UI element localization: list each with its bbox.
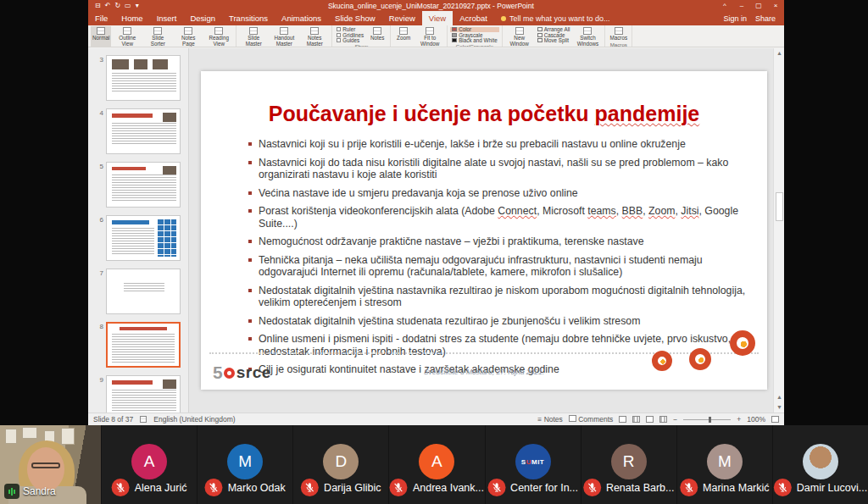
swatch-move-split-icon — [537, 38, 542, 42]
ribbon-button-notes-page[interactable]: Notes Page — [174, 26, 203, 47]
zoom-percent[interactable]: 100% — [747, 415, 765, 424]
comments-button[interactable]: Comments — [569, 415, 613, 424]
ribbon-button-switch-windows[interactable]: Switch Windows ▾ — [573, 26, 602, 47]
vertical-scrollbar[interactable]: ▲ ▲ ▼ — [773, 48, 784, 413]
ribbon-display-options-button[interactable]: ^ — [716, 0, 733, 11]
participant-tile-darija-glibic[interactable]: DDarija Glibic — [292, 425, 388, 504]
ribbon-button-fit-to-window[interactable]: Fit to Window — [415, 26, 444, 47]
ribbon-item-ruler[interactable]: Ruler — [335, 27, 365, 32]
slide-thumbnail-pane[interactable]: 3456789 — [88, 48, 189, 413]
participant-name: Andrea Ivank... — [413, 482, 484, 494]
undo-icon[interactable]: ↶ — [105, 0, 111, 11]
qat-dropdown-icon[interactable]: ▾ — [136, 0, 139, 11]
ribbon-button-slide-master[interactable]: Slide Master — [239, 26, 268, 47]
notes-button[interactable]: ≡ Notes — [537, 415, 563, 424]
ribbon-button-normal[interactable]: Normal — [91, 26, 111, 47]
ribbon-button-slide-sorter[interactable]: Slide Sorter — [143, 26, 172, 47]
previous-slide-icon[interactable]: ▲ — [774, 392, 785, 402]
new-window-icon — [515, 27, 524, 35]
speaking-indicator-icon — [4, 484, 19, 499]
tab-view[interactable]: View — [422, 11, 453, 25]
ribbon-button-new-window[interactable]: New Window — [505, 26, 534, 47]
ribbon-button-notes[interactable]: Notes — [367, 26, 387, 43]
slide-indicator: Slide 8 of 37 — [93, 415, 133, 424]
tab-animations[interactable]: Animations — [275, 11, 328, 25]
sumit-logo-avatar: SUMIT — [515, 444, 551, 479]
ribbon-item-arrange-all[interactable]: Arrange All — [536, 27, 572, 32]
participant-tile-renata-barb[interactable]: RRenata Barb... — [581, 425, 676, 504]
ribbon-item-move-split[interactable]: Move Split — [536, 38, 572, 43]
zoom-in-icon[interactable]: + — [737, 415, 741, 424]
ribbon-group-presentation-views: NormalOutline ViewSlide SorterNotes Page… — [88, 25, 236, 47]
slide-bullet-list: Nastavnici koji su i prije koristili e-u… — [201, 138, 767, 376]
next-slide-icon[interactable]: ▼ — [774, 402, 785, 413]
ribbon-button-macros[interactable]: Macros — [608, 26, 629, 42]
normal-view-icon[interactable] — [619, 416, 626, 423]
tab-insert[interactable]: Insert — [150, 11, 184, 25]
ribbon-item-color[interactable]: Color — [450, 27, 499, 32]
dotted-line-decoration — [209, 352, 759, 354]
slide-thumbnail-3[interactable] — [106, 55, 181, 101]
close-button[interactable]: × — [767, 0, 784, 11]
share-button[interactable]: Share — [755, 14, 776, 23]
tab-file[interactable]: File — [88, 11, 114, 25]
slide-thumbnail-9[interactable] — [106, 375, 181, 413]
reading-view-icon[interactable] — [646, 416, 654, 423]
minimize-button[interactable]: – — [733, 0, 750, 11]
save-icon[interactable]: ⊟ — [95, 0, 101, 11]
participant-tile-marko-odak[interactable]: MMarko Odak — [197, 425, 292, 504]
participant-tile-marina-marki[interactable]: MMarina Markić — [676, 425, 772, 504]
slide-thumbnail-8[interactable] — [106, 322, 181, 368]
redo-icon[interactable]: ↻ — [114, 0, 120, 11]
participant-tile-andrea-ivank[interactable]: AAndrea Ivank... — [388, 425, 484, 504]
ribbon-button-notes-master[interactable]: Notes Master — [300, 26, 329, 47]
ribbon-group-window: New WindowArrange AllCascadeMove SplitSw… — [503, 25, 606, 47]
proofing-icon[interactable] — [140, 416, 147, 423]
swatch-color-icon — [452, 27, 457, 31]
slide-thumbnail-4[interactable] — [106, 108, 181, 154]
tab-acrobat[interactable]: Acrobat — [453, 11, 494, 25]
participant-tile-damir-lucovi[interactable]: Damir Lucovi... — [772, 425, 868, 504]
webcam-video-sandra[interactable]: Sandra — [0, 425, 101, 504]
tab-slide-show[interactable]: Slide Show — [328, 11, 382, 25]
fit-to-window-icon[interactable] — [771, 416, 779, 423]
swatch-black-and-white-icon — [452, 38, 457, 42]
slide-sorter-icon — [153, 27, 162, 35]
zoom-slider[interactable] — [683, 419, 731, 420]
ribbon-button-reading-view[interactable]: Reading View — [204, 26, 233, 47]
current-slide-canvas[interactable]: Poučavanje i učenje na početku pandemije… — [201, 71, 767, 390]
start-slideshow-icon[interactable]: ▭ — [125, 0, 131, 11]
tab-review[interactable]: Review — [382, 11, 422, 25]
zoom-icon — [399, 27, 408, 35]
ribbon-button-handout-master[interactable]: Handout Master — [270, 26, 298, 47]
bullet-marker — [248, 289, 252, 292]
title-bar: ⊟ ↶ ↻ ▭ ▾ Skucina_online_ucenje_UniMosta… — [88, 0, 784, 11]
ribbon-button-zoom[interactable]: Zoom — [393, 26, 414, 47]
slideshow-view-icon[interactable] — [659, 416, 667, 423]
mic-muted-icon — [112, 479, 130, 496]
slide-sorter-view-icon[interactable] — [632, 416, 640, 423]
slide-thumbnail-6[interactable] — [106, 215, 181, 261]
zoom-out-icon[interactable]: − — [673, 415, 677, 424]
slide-thumbnail-5[interactable] — [106, 162, 181, 208]
restore-button[interactable]: ▢ — [750, 0, 767, 11]
tab-home[interactable]: Home — [114, 11, 149, 25]
scroll-up-icon[interactable]: ▲ — [774, 48, 785, 58]
scrollbar-thumb[interactable] — [776, 192, 783, 221]
sign-in-button[interactable]: Sign in — [723, 14, 747, 23]
bullet-marker — [248, 258, 252, 262]
participant-tile-alena-juri[interactable]: AAlena Jurić — [101, 425, 197, 504]
quick-access-toolbar[interactable]: ⊟ ↶ ↻ ▭ ▾ — [88, 0, 146, 11]
status-bar: Slide 8 of 37 English (United Kingdom) ≡… — [88, 413, 784, 425]
tab-design[interactable]: Design — [183, 11, 222, 25]
tab-transitions[interactable]: Transitions — [222, 11, 275, 25]
tell-me-box[interactable]: Tell me what you want to do... — [494, 11, 617, 25]
zoom-slider-thumb[interactable] — [709, 417, 711, 423]
bullet-item: Tehnička pitanja – neka učilišta nemaju … — [248, 254, 754, 279]
ribbon-button-outline-view[interactable]: Outline View — [113, 26, 142, 47]
language-indicator[interactable]: English (United Kingdom) — [153, 415, 235, 424]
participant-tile-center-for-in[interactable]: SUMITCenter for In... — [485, 425, 581, 504]
mic-muted-icon — [487, 479, 505, 496]
slide-thumbnail-7[interactable] — [106, 269, 181, 314]
swatch-cascade-icon — [537, 33, 542, 37]
